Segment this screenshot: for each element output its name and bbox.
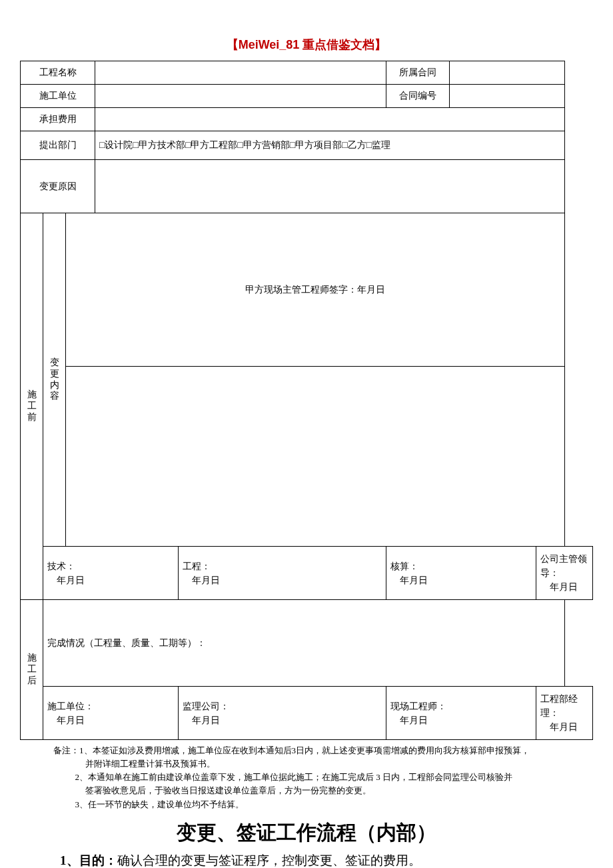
field-xcgcs[interactable]: 现场工程师： 年月日 <box>386 687 536 740</box>
row-bear-fee: 承担费用 <box>21 108 593 131</box>
row-pre-blank <box>21 367 593 547</box>
field-construction-unit[interactable] <box>95 85 386 108</box>
field-sgdw[interactable]: 施工单位： 年月日 <box>43 687 179 740</box>
field-raise-dept-options[interactable]: □设计院□甲方技术部□甲方工程部□甲方营销部□甲方项目部□乙方□监理 <box>95 131 565 160</box>
label-contract-no: 合同编号 <box>386 85 450 108</box>
field-completion-status[interactable]: 完成情况（工程量、质量、工期等）： <box>43 600 565 687</box>
field-engineer[interactable]: 工程： 年月日 <box>179 547 386 600</box>
goal-label: 1、目的： <box>60 853 117 867</box>
field-gcbjl[interactable]: 工程部经理： 年月日 <box>536 687 593 740</box>
label-project-name: 工程名称 <box>21 61 95 85</box>
row-construction-unit: 施工单位 合同编号 <box>21 85 593 108</box>
label-post-construct: 施 工 后 <box>21 600 43 740</box>
section-title-workflow: 变更、签证工作流程（内部） <box>20 819 593 847</box>
row-pre-signoff: 技术： 年月日 工程： 年月日 核算： 年月日 公司主管领导： 年月日 <box>21 547 593 600</box>
label-construction-unit: 施工单位 <box>21 85 95 108</box>
label-change-content: 变 更 内 容 <box>43 213 66 547</box>
label-change-reason: 变更原因 <box>21 160 95 213</box>
note-3: 3、任一环节的缺失，建设单位均不予结算。 <box>53 798 593 811</box>
row-project: 工程名称 所属合同 <box>21 61 593 85</box>
change-form-table: 工程名称 所属合同 施工单位 合同编号 承担费用 提出部门 □设计院□甲方技术部… <box>20 61 593 740</box>
field-tech[interactable]: 技术： 年月日 <box>43 547 179 600</box>
note-2: 2、本通知单在施工前由建设单位盖章下发，施工单位据此施工；在施工完成后 3 日内… <box>53 771 593 784</box>
page-header-watermark: 【MeiWei_81 重点借鉴文档】 <box>20 37 593 53</box>
label-contract-belong: 所属合同 <box>386 61 450 85</box>
label-raise-dept: 提出部门 <box>21 131 95 160</box>
row-post-completion: 施 工 后 完成情况（工程量、质量、工期等）： <box>21 600 593 687</box>
goal-text: 确认合理的变更与签证程序，控制变更、签证的费用。 <box>117 853 421 867</box>
label-pre-construct: 施 工 前 <box>21 213 43 600</box>
field-signer-text[interactable]: 甲方现场主管工程师签字：年月日 <box>66 213 565 367</box>
field-contract-belong[interactable] <box>450 61 564 85</box>
field-account[interactable]: 核算： 年月日 <box>386 547 536 600</box>
field-contract-no[interactable] <box>450 85 564 108</box>
notes-block: 备注：1、本签证如涉及费用增减，施工单位应在收到本通知后3日内，就上述变更事项需… <box>20 740 593 811</box>
row-raise-dept: 提出部门 □设计院□甲方技术部□甲方工程部□甲方营销部□甲方项目部□乙方□监理 <box>21 131 593 160</box>
goal-line: 1、目的：确认合理的变更与签证程序，控制变更、签证的费用。 <box>20 852 593 868</box>
field-leader[interactable]: 公司主管领导： 年月日 <box>536 547 593 600</box>
label-bear-fee: 承担费用 <box>21 108 95 131</box>
field-change-content[interactable] <box>66 367 565 547</box>
row-pre-sig: 施 工 前 变 更 内 容 甲方现场主管工程师签字：年月日 <box>21 213 593 367</box>
row-change-reason: 变更原因 <box>21 160 593 213</box>
row-post-signoff: 施工单位： 年月日 监理公司： 年月日 现场工程师： 年月日 工程部经理： 年月… <box>21 687 593 740</box>
field-jlgs[interactable]: 监理公司： 年月日 <box>179 687 386 740</box>
field-change-reason[interactable] <box>95 160 565 213</box>
field-project-name[interactable] <box>95 61 386 85</box>
field-bear-fee[interactable] <box>95 108 565 131</box>
